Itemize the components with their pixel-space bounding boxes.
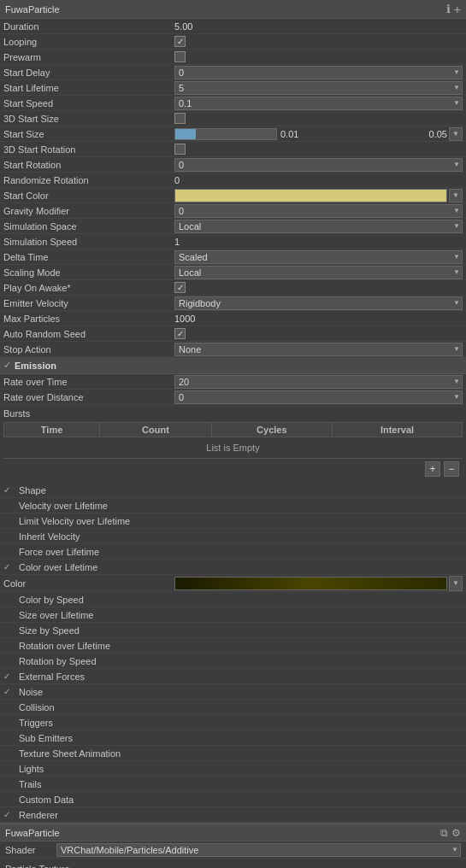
start-delay-label: Start Delay bbox=[3, 67, 174, 78]
color-row: Color ▼ bbox=[0, 575, 466, 592]
gravity-modifier-dropdown[interactable]: 0 bbox=[174, 204, 463, 218]
max-particles-val: 1000 bbox=[174, 314, 463, 324]
size-by-speed-row[interactable]: Size by Speed bbox=[0, 623, 466, 638]
gravity-modifier-row: Gravity Modifier 0 bbox=[0, 203, 466, 219]
simulation-space-row: Simulation Space Local bbox=[0, 219, 466, 234]
panel2-copy-icon[interactable]: ⧉ bbox=[440, 827, 448, 839]
start-color-swatch[interactable] bbox=[174, 189, 447, 202]
velocity-over-lifetime-row[interactable]: Velocity over Lifetime bbox=[0, 498, 466, 513]
inherit-velocity-row[interactable]: Inherit Velocity bbox=[0, 529, 466, 544]
rotation-by-speed-row[interactable]: Rotation by Speed bbox=[0, 654, 466, 669]
rend-label: Renderer bbox=[19, 810, 58, 820]
start-size-chevron: ▼ bbox=[452, 130, 459, 138]
info-icon[interactable]: ℹ bbox=[446, 3, 451, 15]
color-container: ▼ bbox=[174, 576, 463, 591]
panel2-title: FuwaParticle bbox=[5, 828, 440, 838]
randomize-rotation-label: Randomize Rotation bbox=[3, 175, 174, 185]
looping-label: Looping bbox=[3, 37, 174, 47]
texture-sheet-row[interactable]: Texture Sheet Animation bbox=[0, 746, 466, 761]
3d-start-size-label: 3D Start Size bbox=[3, 114, 174, 124]
triggers-row[interactable]: Triggers bbox=[0, 715, 466, 730]
start-delay-dropdown[interactable]: 0 bbox=[174, 66, 463, 79]
bursts-table: Time Count Cycles Interval bbox=[3, 422, 463, 437]
play-on-awake-checkbox[interactable] bbox=[174, 282, 186, 293]
col-cycles: Cycles bbox=[211, 423, 332, 437]
simulation-space-label: Simulation Space bbox=[3, 221, 174, 232]
texture-section: Particle Texture Tiling X Y Offset bbox=[0, 859, 466, 868]
rate-over-distance-val: 0 bbox=[179, 392, 184, 402]
start-speed-dropdown[interactable]: 0.1 bbox=[174, 97, 463, 110]
color-swatch[interactable] bbox=[174, 577, 447, 590]
emission-section-header[interactable]: ✓ Emission bbox=[0, 357, 466, 374]
remove-burst-button[interactable]: − bbox=[444, 461, 459, 477]
delta-time-label: Delta Time bbox=[3, 252, 174, 262]
start-size-slider-container: 0.01 bbox=[174, 128, 422, 140]
rate-over-time-container: 20 bbox=[174, 375, 463, 389]
rotation-over-lifetime-row[interactable]: Rotation over Lifetime bbox=[0, 638, 466, 654]
add-burst-button[interactable]: + bbox=[425, 461, 440, 477]
start-size-val1: 0.01 bbox=[280, 129, 298, 139]
noise-label: Noise bbox=[19, 687, 43, 697]
vel-check bbox=[3, 501, 15, 510]
delta-time-dropdown[interactable]: Scaled bbox=[174, 250, 463, 264]
3d-start-size-checkbox[interactable] bbox=[174, 113, 186, 124]
start-delay-val: 0 bbox=[179, 67, 184, 78]
color-by-speed-row[interactable]: Color by Speed bbox=[0, 592, 466, 607]
noise-check: ✓ bbox=[3, 687, 15, 696]
shape-module-row[interactable]: ✓ Shape bbox=[0, 483, 466, 498]
emitter-velocity-dropdown[interactable]: Rigidbody bbox=[174, 296, 463, 310]
rbs-check bbox=[3, 656, 15, 666]
rate-over-time-dropdown[interactable]: 20 bbox=[174, 375, 463, 389]
limit-vel-label: Limit Velocity over Lifetime bbox=[19, 516, 130, 526]
cd-check bbox=[3, 795, 15, 804]
start-size-row: Start Size 0.01 0.05 ▼ bbox=[0, 126, 466, 142]
sub-emitters-row[interactable]: Sub Emitters bbox=[0, 730, 466, 746]
emitter-velocity-row: Emitter Velocity Rigidbody bbox=[0, 296, 466, 311]
shader-dropdown[interactable]: VRChat/Mobile/Particles/Additive bbox=[56, 843, 461, 857]
trails-row[interactable]: Trails bbox=[0, 777, 466, 792]
3d-start-rotation-label: 3D Start Rotation bbox=[3, 144, 174, 155]
scaling-mode-dropdown[interactable]: Local bbox=[174, 266, 463, 279]
force-label: Force over Lifetime bbox=[19, 547, 99, 557]
simulation-space-dropdown[interactable]: Local bbox=[174, 220, 463, 233]
rate-over-distance-dropdown[interactable]: 0 bbox=[174, 390, 463, 404]
stop-action-dropdown[interactable]: None bbox=[174, 343, 463, 356]
looping-checkbox[interactable] bbox=[174, 36, 186, 47]
cd-label: Custom Data bbox=[19, 795, 74, 805]
panel-header-icons: ℹ + bbox=[446, 3, 461, 16]
max-particles-row: Max Particles 1000 bbox=[0, 311, 466, 326]
size-over-lifetime-row[interactable]: Size over Lifetime bbox=[0, 607, 466, 623]
prewarm-checkbox[interactable] bbox=[174, 51, 186, 62]
start-lifetime-dropdown[interactable]: 5 bbox=[174, 81, 463, 95]
duration-value[interactable]: 5.00 bbox=[174, 21, 463, 32]
lights-row[interactable]: Lights bbox=[0, 761, 466, 777]
force-over-lifetime-row[interactable]: Force over Lifetime bbox=[0, 544, 466, 560]
col-time: Time bbox=[4, 423, 100, 437]
start-rotation-dropdown[interactable]: 0 bbox=[174, 158, 463, 172]
limit-velocity-row[interactable]: Limit Velocity over Lifetime bbox=[0, 513, 466, 529]
start-size-slider[interactable] bbox=[174, 128, 277, 140]
col-life-check: ✓ bbox=[3, 562, 15, 572]
custom-data-row[interactable]: Custom Data bbox=[0, 792, 466, 807]
ef-label: External Forces bbox=[19, 672, 85, 682]
start-color-dropdown-btn[interactable]: ▼ bbox=[449, 189, 463, 202]
shape-checkmark: ✓ bbox=[3, 485, 15, 495]
3d-start-size-row: 3D Start Size bbox=[0, 111, 466, 126]
emitter-velocity-val: Rigidbody bbox=[179, 298, 221, 308]
noise-row[interactable]: ✓ Noise bbox=[0, 684, 466, 700]
trig-check bbox=[3, 718, 15, 727]
color-dropdown-btn[interactable]: ▼ bbox=[449, 576, 463, 591]
collision-row[interactable]: Collision bbox=[0, 700, 466, 715]
add-icon[interactable]: + bbox=[454, 3, 461, 16]
external-forces-row[interactable]: ✓ External Forces bbox=[0, 669, 466, 684]
renderer-row[interactable]: ✓ Renderer bbox=[0, 807, 466, 823]
panel2-gear-icon[interactable]: ⚙ bbox=[451, 827, 461, 839]
rol-label: Rotation over Lifetime bbox=[19, 641, 110, 651]
start-size-dropdown-btn[interactable]: ▼ bbox=[449, 127, 463, 141]
color-over-lifetime-row[interactable]: ✓ Color over Lifetime bbox=[0, 560, 466, 575]
inherit-vel-label: Inherit Velocity bbox=[19, 531, 80, 542]
scaling-mode-row: Scaling Mode Local bbox=[0, 265, 466, 280]
looping-row: Looping bbox=[0, 34, 466, 50]
3d-start-rotation-checkbox[interactable] bbox=[174, 144, 186, 155]
auto-random-seed-checkbox[interactable] bbox=[174, 328, 186, 339]
